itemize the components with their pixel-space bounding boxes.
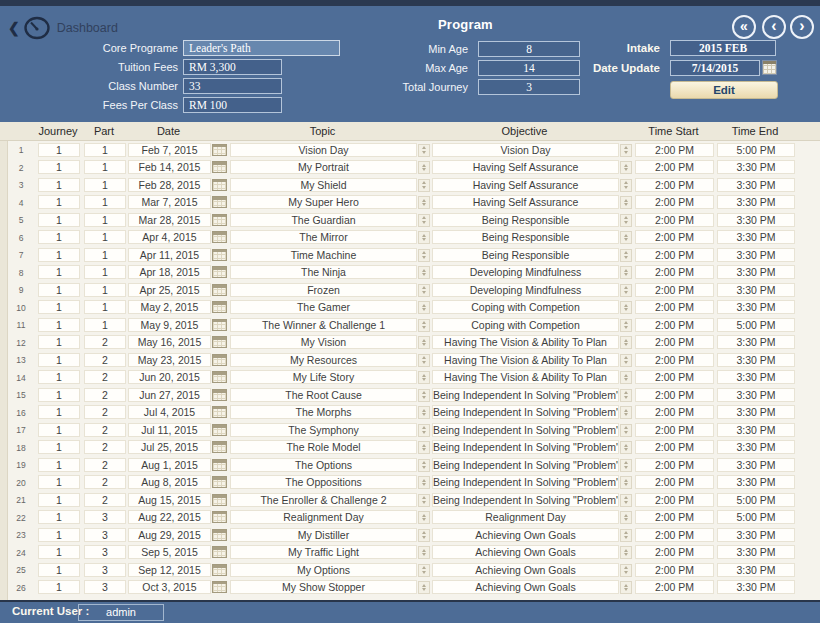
objective-cell[interactable]: Achieving Own Goals bbox=[432, 563, 619, 577]
date-cell[interactable]: Jul 25, 2015 bbox=[128, 440, 211, 454]
journey-cell[interactable]: 1 bbox=[38, 563, 80, 577]
part-cell[interactable]: 2 bbox=[84, 423, 126, 437]
date-cell[interactable]: May 2, 2015 bbox=[128, 300, 211, 314]
date-cell[interactable]: Aug 8, 2015 bbox=[128, 475, 211, 489]
time-end-cell[interactable]: 3:30 PM bbox=[717, 195, 795, 209]
spinner-icon[interactable] bbox=[620, 389, 632, 402]
journey-cell[interactable]: 1 bbox=[38, 580, 80, 594]
time-end-cell[interactable]: 3:30 PM bbox=[717, 160, 795, 174]
spinner-icon[interactable] bbox=[418, 284, 430, 297]
calendar-icon[interactable] bbox=[212, 266, 227, 278]
topic-cell[interactable]: The Winner & Challenge 1 bbox=[230, 318, 417, 332]
date-cell[interactable]: Apr 25, 2015 bbox=[128, 283, 211, 297]
spinner-icon[interactable] bbox=[620, 196, 632, 209]
spinner-icon[interactable] bbox=[620, 371, 632, 384]
date-cell[interactable]: Oct 3, 2015 bbox=[128, 580, 211, 594]
time-end-cell[interactable]: 3:30 PM bbox=[717, 475, 795, 489]
part-cell[interactable]: 3 bbox=[84, 545, 126, 559]
spinner-icon[interactable] bbox=[418, 564, 430, 577]
part-cell[interactable]: 2 bbox=[84, 458, 126, 472]
calendar-icon[interactable] bbox=[212, 231, 227, 243]
calendar-icon[interactable] bbox=[212, 441, 227, 453]
journey-cell[interactable]: 1 bbox=[38, 353, 80, 367]
spinner-icon[interactable] bbox=[620, 441, 632, 454]
time-end-cell[interactable]: 3:30 PM bbox=[717, 283, 795, 297]
spinner-icon[interactable] bbox=[418, 546, 430, 559]
time-end-cell[interactable]: 3:30 PM bbox=[717, 405, 795, 419]
topic-cell[interactable]: Time Machine bbox=[230, 248, 417, 262]
topic-cell[interactable]: The Morphs bbox=[230, 405, 417, 419]
calendar-icon[interactable] bbox=[212, 179, 227, 191]
journey-cell[interactable]: 1 bbox=[38, 178, 80, 192]
calendar-icon[interactable] bbox=[212, 424, 227, 436]
calendar-icon[interactable] bbox=[212, 371, 227, 383]
date-cell[interactable]: May 16, 2015 bbox=[128, 335, 211, 349]
journey-cell[interactable]: 1 bbox=[38, 335, 80, 349]
fees-per-class-field[interactable]: RM 100 bbox=[183, 97, 282, 113]
journey-cell[interactable]: 1 bbox=[38, 493, 80, 507]
time-end-cell[interactable]: 3:30 PM bbox=[717, 248, 795, 262]
time-end-cell[interactable]: 3:30 PM bbox=[717, 545, 795, 559]
time-end-cell[interactable]: 5:00 PM bbox=[717, 318, 795, 332]
calendar-icon[interactable] bbox=[212, 319, 227, 331]
topic-cell[interactable]: My Life Story bbox=[230, 370, 417, 384]
calendar-icon[interactable] bbox=[212, 459, 227, 471]
objective-cell[interactable]: Being Responsible bbox=[432, 230, 619, 244]
part-cell[interactable]: 1 bbox=[84, 248, 126, 262]
spinner-icon[interactable] bbox=[620, 266, 632, 279]
objective-cell[interactable]: Having The Vision & Ability To Plan bbox=[432, 335, 619, 349]
time-start-cell[interactable]: 2:00 PM bbox=[635, 510, 714, 524]
time-start-cell[interactable]: 2:00 PM bbox=[635, 318, 714, 332]
calendar-icon[interactable] bbox=[212, 406, 227, 418]
time-start-cell[interactable]: 2:00 PM bbox=[635, 580, 714, 594]
date-cell[interactable]: Aug 1, 2015 bbox=[128, 458, 211, 472]
spinner-icon[interactable] bbox=[418, 336, 430, 349]
calendar-icon[interactable] bbox=[212, 546, 227, 558]
objective-cell[interactable]: Coping with Competion bbox=[432, 318, 619, 332]
spinner-icon[interactable] bbox=[620, 476, 632, 489]
time-end-cell[interactable]: 5:00 PM bbox=[717, 493, 795, 507]
objective-cell[interactable]: Having The Vision & Ability To Plan bbox=[432, 353, 619, 367]
objective-cell[interactable]: Being Independent In Solving "Problem" bbox=[432, 423, 619, 437]
objective-cell[interactable]: Being Independent In Solving "Problem" bbox=[432, 475, 619, 489]
journey-cell[interactable]: 1 bbox=[38, 230, 80, 244]
part-cell[interactable]: 1 bbox=[84, 213, 126, 227]
time-start-cell[interactable]: 2:00 PM bbox=[635, 423, 714, 437]
spinner-icon[interactable] bbox=[620, 319, 632, 332]
objective-cell[interactable]: Having Self Assurance bbox=[432, 160, 619, 174]
calendar-icon[interactable] bbox=[212, 581, 227, 593]
objective-cell[interactable]: Having Self Assurance bbox=[432, 195, 619, 209]
objective-cell[interactable]: Being Independent In Solving "Problem" bbox=[432, 458, 619, 472]
part-cell[interactable]: 1 bbox=[84, 195, 126, 209]
objective-cell[interactable]: Achieving Own Goals bbox=[432, 528, 619, 542]
spinner-icon[interactable] bbox=[620, 336, 632, 349]
objective-cell[interactable]: Realignment Day bbox=[432, 510, 619, 524]
topic-cell[interactable]: My Portrait bbox=[230, 160, 417, 174]
journey-cell[interactable]: 1 bbox=[38, 143, 80, 157]
topic-cell[interactable]: My Shield bbox=[230, 178, 417, 192]
topic-cell[interactable]: The Options bbox=[230, 458, 417, 472]
date-update-field[interactable]: 7/14/2015 bbox=[670, 60, 760, 76]
time-end-cell[interactable]: 3:30 PM bbox=[717, 265, 795, 279]
calendar-icon[interactable] bbox=[212, 161, 227, 173]
calendar-icon[interactable] bbox=[212, 529, 227, 541]
topic-cell[interactable]: The Enroller & Challenge 2 bbox=[230, 493, 417, 507]
time-end-cell[interactable]: 3:30 PM bbox=[717, 563, 795, 577]
time-end-cell[interactable]: 3:30 PM bbox=[717, 370, 795, 384]
date-cell[interactable]: Jun 27, 2015 bbox=[128, 388, 211, 402]
date-cell[interactable]: Jul 11, 2015 bbox=[128, 423, 211, 437]
date-cell[interactable]: Jun 20, 2015 bbox=[128, 370, 211, 384]
part-cell[interactable]: 1 bbox=[84, 178, 126, 192]
time-start-cell[interactable]: 2:00 PM bbox=[635, 178, 714, 192]
calendar-icon[interactable] bbox=[212, 354, 227, 366]
time-end-cell[interactable]: 3:30 PM bbox=[717, 178, 795, 192]
topic-cell[interactable]: The Oppositions bbox=[230, 475, 417, 489]
spinner-icon[interactable] bbox=[620, 459, 632, 472]
calendar-icon[interactable] bbox=[212, 336, 227, 348]
time-end-cell[interactable]: 3:30 PM bbox=[717, 580, 795, 594]
time-start-cell[interactable]: 2:00 PM bbox=[635, 405, 714, 419]
objective-cell[interactable]: Achieving Own Goals bbox=[432, 545, 619, 559]
spinner-icon[interactable] bbox=[620, 249, 632, 262]
spinner-icon[interactable] bbox=[620, 179, 632, 192]
time-start-cell[interactable]: 2:00 PM bbox=[635, 300, 714, 314]
